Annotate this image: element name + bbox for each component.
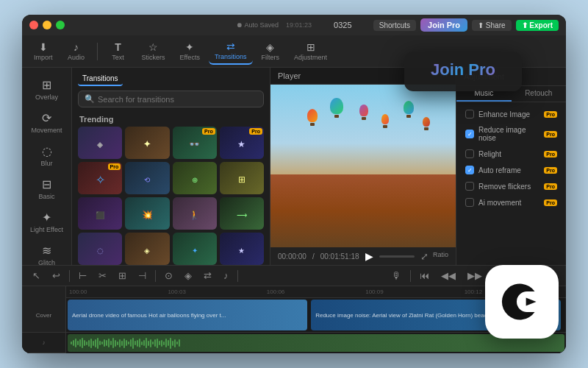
- toolbar-item-filters[interactable]: ◈ Filters: [256, 39, 286, 64]
- import-label: Import: [34, 54, 53, 61]
- export-button[interactable]: ⬆ Export: [516, 20, 559, 31]
- wave-bar: [97, 338, 98, 349]
- shortcuts-button[interactable]: Shortcuts: [373, 20, 416, 31]
- transition-item-3[interactable]: 👓 Pro ...: [173, 127, 217, 159]
- search-bar[interactable]: 🔍: [78, 91, 264, 107]
- flicker-checkbox[interactable]: [465, 182, 474, 191]
- transition-thumb-14: ◈: [125, 233, 169, 265]
- crop-tool[interactable]: ⊞: [115, 269, 129, 283]
- noise-checkbox[interactable]: [465, 130, 474, 138]
- player-controls: 00:00:00 / 00:01:51:18 ▶ ⤢ Ratio: [270, 247, 456, 265]
- transition-item-14[interactable]: ◈: [125, 233, 169, 265]
- wave-bar: [77, 341, 79, 345]
- search-input[interactable]: [98, 95, 257, 104]
- sidebar-item-glitch[interactable]: ≋ Glitch: [25, 239, 69, 265]
- speed-down[interactable]: ◀◀: [438, 269, 459, 283]
- ruler-mark-1: 100:00: [69, 289, 168, 295]
- basic-icon: ⊟: [42, 177, 51, 191]
- aspect-ratio-label[interactable]: Ratio: [433, 251, 448, 262]
- wave-bar: [110, 341, 112, 345]
- adj-item-noise[interactable]: Reduce image noise Pro: [462, 123, 560, 145]
- toolbar-item-import[interactable]: ⬇ Import: [28, 39, 59, 64]
- split-tool[interactable]: ⊢: [76, 269, 90, 283]
- sidebar-item-light-effect[interactable]: ✦ Light Effect: [25, 206, 69, 238]
- wave-bar: [154, 339, 156, 347]
- sidebar-item-blur[interactable]: ◌ Blur: [25, 140, 69, 171]
- transition-tool[interactable]: ⇄: [201, 269, 215, 283]
- toolbar-item-effects[interactable]: ✦ Effects: [174, 39, 206, 64]
- toolbar-item-adjustment[interactable]: ⊞ Adjustment: [288, 39, 333, 64]
- cut-tool[interactable]: ✂: [96, 269, 110, 283]
- wave-bar: [88, 340, 90, 347]
- tab-transitions[interactable]: Transitions: [78, 72, 123, 86]
- transition-item-7[interactable]: ⊕ Dissolve: [173, 162, 217, 194]
- transition-thumb-16: ★: [220, 233, 264, 265]
- wave-bar: [137, 340, 138, 347]
- speed-up[interactable]: ▶▶: [465, 269, 485, 283]
- toolbar-item-text[interactable]: T Text: [104, 39, 133, 64]
- undo-button[interactable]: ↩: [49, 269, 63, 283]
- audio-clip[interactable]: [68, 334, 564, 352]
- auto-save-label: ⏺ Auto Saved: [236, 21, 279, 29]
- adj-item-flicker[interactable]: Remove flickers Pro: [462, 179, 560, 194]
- player-ctrl-icons: ⤢ Ratio: [420, 251, 448, 262]
- prev-frame[interactable]: ⏮: [417, 269, 432, 283]
- relight-checkbox[interactable]: [465, 149, 474, 158]
- close-button[interactable]: [29, 21, 38, 29]
- adj-item-relight[interactable]: Relight Pro: [462, 146, 560, 161]
- movement-label: Movement: [31, 127, 62, 134]
- transition-thumb-13: ◌: [78, 233, 122, 265]
- join-pro-button[interactable]: Join Pro: [420, 18, 467, 32]
- audio-track[interactable]: [66, 333, 566, 353]
- transition-item-8[interactable]: ⊞ Three Zoom: [220, 162, 264, 194]
- wave-bar: [176, 342, 178, 344]
- adj-item-ai-move[interactable]: Ai movement Pro: [462, 195, 560, 210]
- transition-item-16[interactable]: ★: [220, 233, 264, 265]
- toolbar-item-transitions[interactable]: ⇄ Transitions: [209, 38, 253, 65]
- basket-3: [362, 117, 366, 120]
- track-labels: Cover ♪: [22, 286, 66, 353]
- adjustment-label: Adjustment: [294, 54, 327, 61]
- ai-move-checkbox[interactable]: [465, 198, 474, 207]
- reframe-checkbox[interactable]: [465, 166, 474, 174]
- color-tool[interactable]: ◈: [182, 269, 195, 283]
- trim-tool[interactable]: ⊣: [135, 269, 149, 283]
- zoom-tool[interactable]: ⊙: [162, 269, 176, 283]
- toolbar-item-stickers[interactable]: ☆ Stickers: [136, 39, 171, 64]
- minimize-button[interactable]: [43, 21, 51, 29]
- glitch-icon: ≋: [42, 244, 51, 258]
- sidebar-item-movement[interactable]: ⟳ Movement: [25, 107, 69, 138]
- wave-bar: [108, 339, 110, 347]
- audio-tool[interactable]: ♪: [220, 269, 232, 283]
- transition-item-6[interactable]: ⟲ Distort...: [125, 162, 169, 194]
- transition-item-12[interactable]: ⟶ Distol...Sweep: [220, 197, 264, 230]
- enhance-checkbox[interactable]: [465, 110, 474, 118]
- transition-item-9[interactable]: ⬛ Backg...: [78, 197, 122, 230]
- sidebar-item-basic[interactable]: ⊟ Basic: [25, 173, 69, 205]
- transition-item-shutter[interactable]: ★ Pro Shutter B...: [220, 127, 264, 159]
- share-button[interactable]: ⬆ Share: [472, 20, 511, 31]
- progress-bar[interactable]: [379, 255, 415, 258]
- transition-item-11[interactable]: 🚶 Shake B...: [173, 197, 217, 230]
- sidebar-item-overlay[interactable]: ⊞ Overlay: [25, 74, 69, 105]
- adj-item-enhance[interactable]: Enhance Image Pro: [462, 107, 560, 121]
- stickers-label: Stickers: [142, 54, 165, 61]
- transition-item-13[interactable]: ◌: [78, 233, 122, 265]
- toolbar-item-audio[interactable]: ♪ Audio: [62, 39, 91, 64]
- filters-label: Filters: [262, 54, 280, 61]
- ruler-mark-3: 100:06: [267, 289, 365, 295]
- adj-item-reframe[interactable]: Auto reframe Pro: [462, 163, 560, 177]
- basket-6: [424, 127, 429, 130]
- transition-item-black-par[interactable]: ◈ Black Par...: [78, 127, 122, 159]
- transition-item-15[interactable]: ✦: [173, 233, 217, 265]
- mic-icon[interactable]: 🎙: [389, 269, 404, 283]
- transition-item-10[interactable]: 💥 ...loding: [125, 197, 169, 230]
- transition-item-golden-flare[interactable]: ✦ Golden Flare: [125, 127, 169, 159]
- transition-item-star-inhalation[interactable]: ✧ Pro Star Inhalation: [78, 162, 122, 194]
- noise-pro-tag: Pro: [544, 131, 557, 138]
- cursor-tool[interactable]: ↖: [29, 269, 43, 283]
- fullscreen-icon[interactable]: ⤢: [420, 251, 429, 262]
- maximize-button[interactable]: [56, 21, 65, 29]
- video-clip-1[interactable]: Aerial drone video of famous Hot air bal…: [68, 300, 307, 330]
- play-button[interactable]: ▶: [365, 250, 373, 262]
